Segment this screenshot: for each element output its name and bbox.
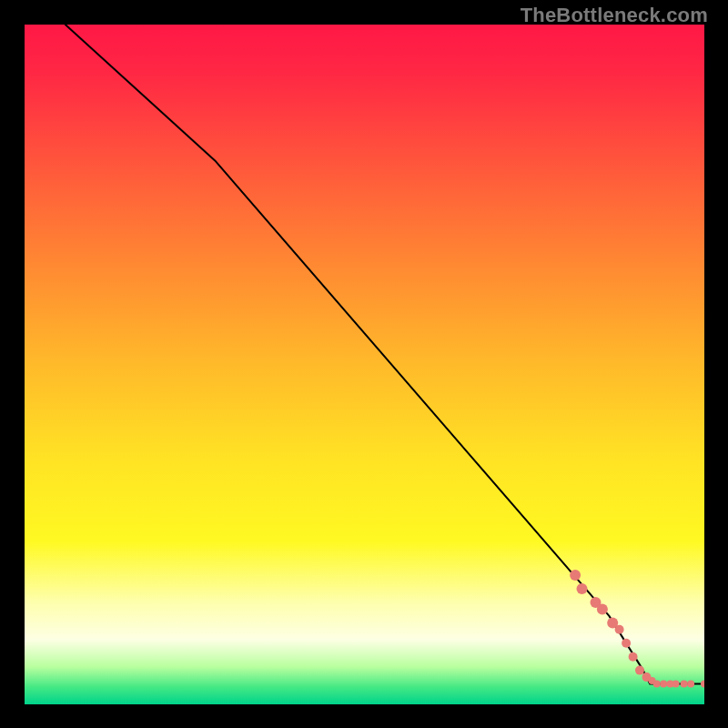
data-point bbox=[635, 666, 644, 675]
data-point bbox=[597, 603, 608, 614]
data-point bbox=[615, 625, 624, 634]
data-point bbox=[570, 570, 581, 581]
data-point bbox=[622, 639, 631, 648]
gradient-background bbox=[25, 25, 704, 704]
data-point bbox=[681, 681, 688, 688]
data-point bbox=[577, 583, 588, 594]
plot-area bbox=[25, 25, 704, 704]
data-point bbox=[660, 681, 667, 688]
data-point bbox=[629, 652, 638, 662]
data-point bbox=[653, 681, 661, 688]
chart-stage: TheBottleneck.com bbox=[0, 0, 728, 728]
data-point bbox=[672, 681, 680, 688]
data-point bbox=[687, 681, 694, 688]
chart-svg bbox=[25, 25, 704, 704]
